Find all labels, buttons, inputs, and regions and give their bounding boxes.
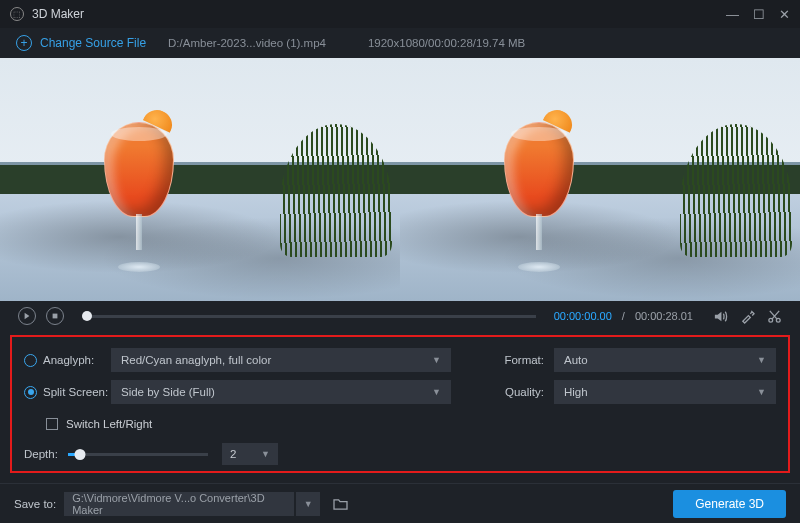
quality-dropdown[interactable]: High ▼ xyxy=(554,380,776,404)
chevron-down-icon: ▼ xyxy=(261,449,270,459)
settings-panel: Anaglyph: Red/Cyan anaglyph, full color … xyxy=(10,335,790,473)
maximize-button[interactable]: ☐ xyxy=(753,7,765,22)
volume-icon[interactable] xyxy=(713,309,728,324)
format-dropdown[interactable]: Auto ▼ xyxy=(554,348,776,372)
titlebar: ⬚ 3D Maker — ☐ ✕ xyxy=(0,0,800,28)
time-duration: 00:00:28.01 xyxy=(635,310,693,322)
svg-point-1 xyxy=(769,318,773,322)
seek-track[interactable] xyxy=(82,315,536,318)
play-button[interactable] xyxy=(18,307,36,325)
split-screen-radio[interactable] xyxy=(24,386,37,399)
cut-icon[interactable] xyxy=(767,309,782,324)
source-path: D:/Amber-2023...video (1).mp4 xyxy=(168,37,326,49)
stop-button[interactable] xyxy=(46,307,64,325)
change-source-button[interactable]: + Change Source File xyxy=(16,35,146,51)
effects-icon[interactable] xyxy=(740,309,755,324)
svg-rect-0 xyxy=(53,314,58,319)
preview-right xyxy=(400,58,800,301)
preview-area xyxy=(0,58,800,301)
svg-point-2 xyxy=(776,318,780,322)
source-info: 1920x1080/00:00:28/19.74 MB xyxy=(368,37,525,49)
savebar: Save to: G:\Vidmore\Vidmore V...o Conver… xyxy=(0,483,800,523)
generate-3d-button[interactable]: Generate 3D xyxy=(673,490,786,518)
minimize-button[interactable]: — xyxy=(726,7,739,22)
format-value: Auto xyxy=(564,354,588,366)
time-current: 00:00:00.00 xyxy=(554,310,612,322)
switch-lr-checkbox[interactable] xyxy=(46,418,58,430)
change-source-label: Change Source File xyxy=(40,36,146,50)
preview-left xyxy=(0,58,400,301)
close-button[interactable]: ✕ xyxy=(779,7,790,22)
chevron-down-icon: ▼ xyxy=(757,387,766,397)
plus-icon: + xyxy=(16,35,32,51)
anaglyph-dropdown[interactable]: Red/Cyan anaglyph, full color ▼ xyxy=(111,348,451,372)
app-icon: ⬚ xyxy=(10,7,24,21)
chevron-down-icon: ▼ xyxy=(432,355,441,365)
save-path-dropdown[interactable]: ▼ xyxy=(296,492,320,516)
switch-lr-label: Switch Left/Right xyxy=(66,418,152,430)
save-path-field[interactable]: G:\Vidmore\Vidmore V...o Converter\3D Ma… xyxy=(64,492,294,516)
depth-slider[interactable] xyxy=(68,453,208,456)
split-screen-value: Side by Side (Full) xyxy=(121,386,215,398)
depth-value-dropdown[interactable]: 2 ▼ xyxy=(222,443,278,465)
save-to-label: Save to: xyxy=(14,498,56,510)
browse-folder-button[interactable] xyxy=(328,492,352,516)
sourcebar: + Change Source File D:/Amber-2023...vid… xyxy=(0,28,800,58)
player-controls: 00:00:00.00/00:00:28.01 xyxy=(0,301,800,331)
depth-label: Depth: xyxy=(24,448,58,460)
depth-value: 2 xyxy=(230,448,236,460)
format-label: Format: xyxy=(494,354,544,366)
anaglyph-label: Anaglyph: xyxy=(43,354,111,366)
split-screen-dropdown[interactable]: Side by Side (Full) ▼ xyxy=(111,380,451,404)
quality-value: High xyxy=(564,386,588,398)
split-screen-label: Split Screen: xyxy=(43,386,111,398)
anaglyph-value: Red/Cyan anaglyph, full color xyxy=(121,354,271,366)
app-title: 3D Maker xyxy=(32,7,84,21)
seek-thumb[interactable] xyxy=(82,311,92,321)
chevron-down-icon: ▼ xyxy=(432,387,441,397)
anaglyph-radio[interactable] xyxy=(24,354,37,367)
chevron-down-icon: ▼ xyxy=(757,355,766,365)
depth-slider-thumb[interactable] xyxy=(75,449,86,460)
quality-label: Quality: xyxy=(494,386,544,398)
